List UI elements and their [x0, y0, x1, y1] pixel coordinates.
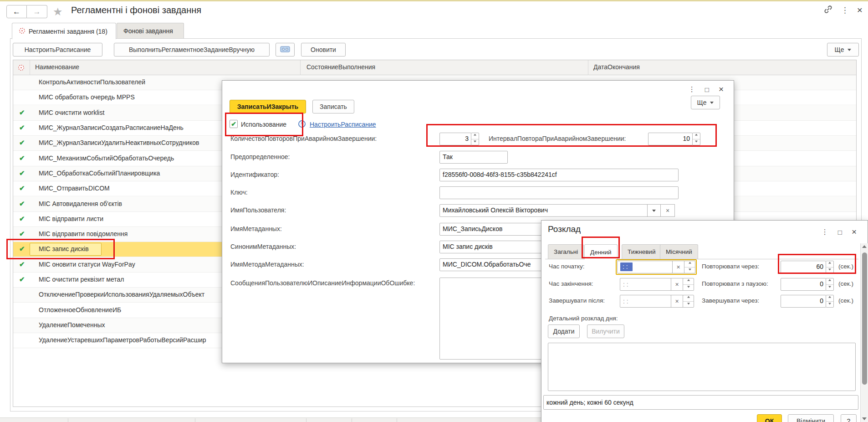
start-time-stepper[interactable]: [684, 261, 695, 273]
tab-scheduled-label: Регламентні завдання (18): [29, 28, 107, 35]
repeat-pause-input[interactable]: 0: [781, 278, 826, 291]
tab-daily[interactable]: Денний: [584, 244, 618, 259]
refresh-label: Оновити: [311, 46, 336, 53]
repeat-pause-stepper[interactable]: [826, 278, 834, 291]
repeat-every-stepper[interactable]: [826, 261, 834, 273]
back-button[interactable]: ←: [6, 5, 27, 18]
forward-arrow-icon: →: [33, 7, 41, 16]
start-time-input[interactable]: : :: [617, 261, 673, 273]
tab-general[interactable]: Загальні: [548, 244, 584, 259]
tab-monthly-label: Місячний: [666, 248, 692, 255]
more-menu-icon[interactable]: ⋮: [841, 5, 849, 15]
job-name: МИС_ОтправитьDICOM: [39, 185, 110, 192]
more-menu-icon[interactable]: ⋮: [822, 228, 828, 236]
more-menu-icon[interactable]: ⋮: [689, 85, 695, 93]
job-name: МІС очистити реквізит метал: [39, 276, 124, 283]
more-button-task-dialog[interactable]: Ще: [691, 96, 720, 109]
key-field[interactable]: [439, 186, 679, 199]
table-header[interactable]: Наименование СостояниеВыполнения ДатаОко…: [13, 60, 856, 75]
predefined-field[interactable]: Так: [439, 151, 508, 164]
finish-after-clear-button[interactable]: ×: [671, 295, 683, 308]
maximize-icon[interactable]: □: [705, 86, 709, 93]
job-name: КонтрольАктивностиПользователей: [39, 78, 145, 86]
ok-button[interactable]: ОК: [757, 414, 782, 422]
field-label: СообщенияПользователюИОписаниеИнформации…: [230, 279, 415, 287]
detail-schedule-label: Детальний розклад дня:: [549, 315, 618, 322]
remove-button[interactable]: Вилучити: [587, 324, 624, 338]
events-journal-button[interactable]: [276, 43, 295, 57]
chevron-down-icon: [652, 210, 656, 214]
close-icon[interactable]: ×: [852, 227, 857, 237]
finish-in-stepper[interactable]: [826, 295, 834, 308]
job-name: МІС відправити повідомлення: [39, 230, 128, 237]
retry-count-stepper[interactable]: [471, 133, 479, 145]
field-label: Повторювати через:: [702, 263, 759, 270]
field-label: ИмяМетодаМетаданных:: [230, 261, 304, 268]
field-label: ИмяПользователя:: [230, 206, 286, 214]
more-button-main[interactable]: Ще: [827, 43, 859, 57]
check-icon: ✔: [19, 215, 28, 223]
end-time-stepper[interactable]: [683, 278, 694, 291]
retry-interval-stepper[interactable]: [692, 133, 700, 145]
field-label: Завершувати після:: [549, 297, 605, 304]
field-label: Идентификатор:: [230, 171, 279, 178]
user-name-clear-button[interactable]: ×: [660, 204, 675, 217]
tab-daily-label: Денний: [590, 249, 612, 256]
run-manual-button[interactable]: ВыполнитьРегламентноеЗаданиеВручную: [114, 43, 270, 57]
user-name-combo[interactable]: Михайловський Олексій Вікторович: [439, 204, 648, 217]
save-button[interactable]: Записать: [312, 100, 354, 113]
job-name: МИС очистити worklist: [39, 109, 104, 116]
setup-schedule-button[interactable]: НастроитьРасписание: [13, 43, 102, 57]
save-and-close-button[interactable]: ЗаписатьИЗакрыть: [230, 100, 306, 113]
scrollbar[interactable]: [860, 243, 868, 422]
detail-schedule-list[interactable]: [548, 343, 856, 391]
cancel-button[interactable]: Відмінити: [788, 414, 834, 422]
favorite-star-icon[interactable]: ★: [53, 5, 63, 18]
field-label: ИмяМетаданных:: [230, 225, 282, 232]
finish-in-input[interactable]: 0: [781, 295, 826, 308]
unit-label: (сек.): [838, 263, 853, 270]
close-icon[interactable]: ×: [719, 84, 724, 94]
scrollbar-thumb[interactable]: [862, 252, 867, 385]
unit-label: (сек.): [838, 280, 853, 287]
schedule-dialog: Розклад ⋮ □ × Загальні Денний Тижневий М…: [541, 220, 868, 422]
scroll-down-icon[interactable]: [862, 417, 867, 420]
identifier-field[interactable]: f28556f0-008d-46f3-8155-c35b842241cf: [439, 169, 679, 181]
end-time-input[interactable]: : :: [620, 278, 671, 291]
check-icon: ✔: [19, 108, 28, 117]
check-icon: ✔: [19, 124, 28, 132]
forward-button[interactable]: →: [27, 5, 47, 18]
retry-interval-input[interactable]: 10: [648, 133, 693, 145]
column-header-name[interactable]: Наименование: [35, 63, 79, 71]
maximize-icon[interactable]: □: [838, 228, 842, 236]
save-and-close-label: ЗаписатьИЗакрыть: [237, 103, 298, 110]
usage-checkbox-label[interactable]: Использование: [241, 121, 286, 128]
page-title: Регламентні і фонові завдання: [71, 5, 201, 15]
end-time-clear-button[interactable]: ×: [671, 278, 683, 291]
setup-schedule-link[interactable]: НастроитьРасписание: [310, 121, 376, 128]
retry-count-input[interactable]: 3: [439, 133, 471, 145]
tab-weekly[interactable]: Тижневий: [622, 244, 661, 259]
finish-after-input[interactable]: : :: [620, 295, 671, 308]
add-button[interactable]: Додати: [548, 324, 580, 338]
tab-background-label: Фонові завдання: [123, 27, 173, 35]
user-name-dropdown-button[interactable]: [647, 204, 661, 217]
help-button[interactable]: ?: [841, 414, 857, 422]
repeat-every-input[interactable]: 60: [781, 261, 826, 273]
tab-scheduled-jobs[interactable]: Регламентні завдання (18): [12, 23, 116, 39]
job-name: УдалениеПомеченных: [39, 321, 105, 329]
tab-background-jobs[interactable]: Фонові завдання: [117, 23, 184, 39]
column-header-end-date[interactable]: ДатаОкончания: [593, 63, 640, 71]
column-header-state[interactable]: СостояниеВыполнения: [306, 63, 375, 71]
tab-monthly[interactable]: Місячний: [660, 244, 698, 259]
close-icon[interactable]: ×: [857, 5, 863, 15]
finish-after-stepper[interactable]: [683, 295, 694, 308]
refresh-button[interactable]: Оновити: [301, 43, 346, 57]
link-icon[interactable]: [823, 5, 833, 15]
schedule-summary-field[interactable]: кожний день; кожні 60 секунд: [543, 395, 858, 410]
usage-checkbox[interactable]: ✔: [230, 120, 238, 128]
job-name: ОтложенноеОбновлениеИБ: [39, 306, 121, 314]
scroll-up-icon[interactable]: [862, 245, 867, 248]
start-time-clear-button[interactable]: ×: [672, 261, 684, 273]
tab-general-label: Загальні: [554, 248, 578, 255]
